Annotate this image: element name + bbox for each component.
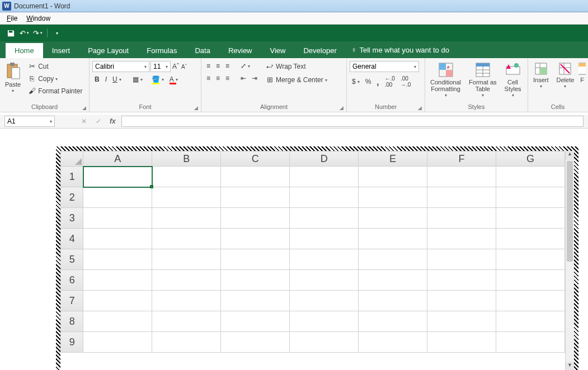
undo-icon[interactable]: ↶ (19, 28, 29, 38)
cell[interactable] (496, 270, 565, 291)
cell[interactable] (496, 332, 565, 353)
cell[interactable] (290, 187, 359, 208)
align-left-button[interactable]: ≡ (204, 73, 213, 83)
cancel-formula-button[interactable]: ✕ (78, 117, 90, 125)
comma-button[interactable]: , (374, 76, 381, 88)
cell[interactable] (427, 332, 496, 353)
tab-insert[interactable]: Insert (43, 43, 79, 58)
cell[interactable] (427, 270, 496, 291)
cell[interactable] (496, 167, 565, 187)
cell[interactable] (221, 332, 290, 353)
align-bottom-button[interactable]: ≡ (223, 61, 232, 71)
conditional-formatting-button[interactable]: ≠ Conditional Formatting (427, 60, 464, 101)
increase-indent-button[interactable]: ⇥ (250, 73, 260, 83)
cell[interactable] (83, 187, 152, 208)
save-icon[interactable] (6, 28, 16, 38)
column-header-g[interactable]: G (496, 151, 565, 167)
cell[interactable] (427, 187, 496, 208)
cell[interactable] (427, 208, 496, 229)
number-launcher-icon[interactable]: ◢ (418, 105, 422, 111)
row-header-4[interactable]: 4 (61, 229, 83, 249)
format-cells-button[interactable]: F (578, 60, 586, 86)
cell[interactable] (496, 208, 565, 229)
embedded-object-frame[interactable]: A B C D E F G 1 2 3 4 5 6 7 8 9 ▲ (56, 146, 578, 370)
font-name-select[interactable]: Calibri▾ (92, 61, 149, 72)
cell[interactable] (221, 270, 290, 291)
decrease-font-button[interactable]: Aˇ (181, 63, 187, 71)
cell[interactable] (496, 249, 565, 270)
tell-me-search[interactable]: ♀ Tell me what you want to do (346, 41, 455, 58)
bold-button[interactable]: B (92, 74, 102, 84)
tab-view[interactable]: View (261, 43, 295, 58)
menu-file[interactable]: File (2, 13, 22, 23)
cell[interactable] (359, 332, 427, 353)
tab-developer[interactable]: Developer (294, 43, 345, 58)
cell[interactable] (427, 167, 496, 187)
tab-review[interactable]: Review (219, 43, 261, 58)
percent-button[interactable]: % (363, 77, 374, 87)
scroll-thumb[interactable] (567, 161, 573, 262)
row-header-8[interactable]: 8 (61, 311, 83, 332)
column-header-b[interactable]: B (152, 151, 221, 167)
select-all-corner[interactable] (61, 151, 83, 167)
cell[interactable] (290, 291, 359, 311)
fill-color-button[interactable]: 🪣 (149, 74, 166, 84)
cell[interactable] (83, 229, 152, 249)
font-size-select[interactable]: 11▾ (150, 61, 171, 72)
column-header-c[interactable]: C (221, 151, 290, 167)
tab-data[interactable]: Data (186, 43, 219, 58)
cell[interactable] (359, 208, 427, 229)
row-header-6[interactable]: 6 (61, 270, 83, 291)
scroll-down-icon[interactable]: ▼ (566, 362, 574, 370)
align-center-button[interactable]: ≡ (214, 73, 222, 83)
cell[interactable] (359, 167, 427, 187)
cell[interactable] (83, 311, 152, 332)
cell[interactable] (152, 291, 221, 311)
row-header-7[interactable]: 7 (61, 291, 83, 311)
cell[interactable] (359, 229, 427, 249)
cell[interactable] (83, 291, 152, 311)
cell[interactable] (290, 167, 359, 187)
cell-a1[interactable] (83, 167, 152, 187)
alignment-launcher-icon[interactable]: ◢ (340, 105, 344, 111)
cell[interactable] (221, 311, 290, 332)
cell[interactable] (221, 208, 290, 229)
cell[interactable] (496, 291, 565, 311)
cell[interactable] (152, 311, 221, 332)
cell[interactable] (152, 167, 221, 187)
cell[interactable] (83, 249, 152, 270)
cell[interactable] (427, 229, 496, 249)
underline-button[interactable]: U (110, 74, 124, 84)
cell[interactable] (152, 332, 221, 353)
column-header-a[interactable]: A (83, 151, 152, 167)
scroll-track[interactable] (566, 263, 574, 362)
tab-formulas[interactable]: Formulas (138, 43, 186, 58)
cell[interactable] (221, 291, 290, 311)
row-header-1[interactable]: 1 (61, 167, 83, 187)
cell[interactable] (83, 270, 152, 291)
increase-decimal-button[interactable]: ←.0.00 (383, 74, 397, 89)
cell[interactable] (290, 270, 359, 291)
cell[interactable] (359, 249, 427, 270)
cell[interactable] (427, 291, 496, 311)
cell[interactable] (221, 187, 290, 208)
cell[interactable] (359, 311, 427, 332)
cell[interactable] (290, 229, 359, 249)
cell[interactable] (290, 208, 359, 229)
format-painter-button[interactable]: 🖌Format Painter (25, 86, 84, 97)
qat-customize-icon[interactable]: ▾ (52, 28, 62, 38)
align-right-button[interactable]: ≡ (223, 73, 232, 83)
cell[interactable] (496, 311, 565, 332)
cell[interactable] (221, 249, 290, 270)
formula-input[interactable] (121, 116, 584, 127)
row-header-3[interactable]: 3 (61, 208, 83, 229)
row-header-9[interactable]: 9 (61, 332, 83, 353)
column-header-d[interactable]: D (290, 151, 359, 167)
name-box[interactable]: A1▾ (4, 116, 55, 127)
italic-button[interactable]: I (103, 74, 109, 84)
enter-formula-button[interactable]: ✓ (93, 117, 104, 125)
cell[interactable] (152, 270, 221, 291)
cell[interactable] (152, 229, 221, 249)
cell-styles-button[interactable]: Cell Styles (501, 60, 525, 101)
cell[interactable] (221, 229, 290, 249)
